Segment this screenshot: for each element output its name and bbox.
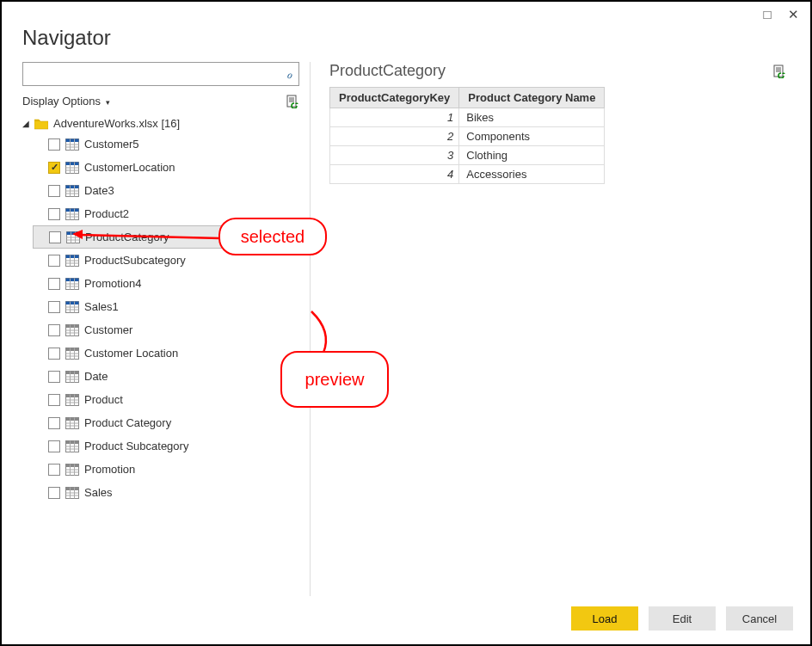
- checkbox[interactable]: [48, 255, 60, 267]
- table-icon: [65, 394, 79, 406]
- close-icon[interactable]: ✕: [784, 7, 802, 22]
- checkbox[interactable]: [48, 162, 60, 174]
- tree-item-label: Sales1: [84, 300, 119, 313]
- table-icon: [65, 185, 79, 197]
- table-row[interactable]: 4Accessories: [330, 165, 605, 184]
- checkbox[interactable]: [48, 464, 60, 476]
- checkbox[interactable]: [48, 371, 60, 383]
- load-button[interactable]: Load: [571, 606, 638, 631]
- display-options-label: Display Options: [22, 95, 101, 108]
- table-icon: [65, 487, 79, 499]
- display-options-dropdown[interactable]: Display Options ▾: [22, 93, 110, 109]
- tree-item[interactable]: Date: [45, 365, 299, 388]
- svg-marker-102: [72, 230, 83, 239]
- tree-item[interactable]: Product Category: [45, 411, 299, 434]
- tree-item[interactable]: Customer5: [45, 132, 299, 156]
- tree-item[interactable]: Promotion: [45, 458, 299, 481]
- tree-item[interactable]: Date3: [45, 179, 299, 202]
- preview-pane: ProductCategory ProductCategoryKey: [311, 62, 802, 596]
- tree-root-label: AdventureWorks.xlsx [16]: [53, 117, 180, 130]
- checkbox[interactable]: [48, 487, 60, 499]
- table-icon: [65, 440, 79, 452]
- checkbox[interactable]: [49, 231, 61, 243]
- cell-key: 1: [330, 108, 459, 127]
- search-box[interactable]: ℴ: [22, 62, 299, 86]
- table-header[interactable]: Product Category Name: [459, 88, 605, 108]
- checkbox[interactable]: [48, 324, 60, 336]
- expander-icon[interactable]: ◢: [22, 119, 31, 128]
- maximize-icon[interactable]: □: [759, 7, 776, 22]
- checkbox[interactable]: [48, 394, 60, 406]
- preview-title: ProductCategory: [329, 62, 446, 80]
- tree-item-label: ProductSubcategory: [84, 254, 186, 267]
- tree-item-label: Sales: [84, 486, 113, 499]
- checkbox[interactable]: [48, 440, 60, 452]
- table-icon: [65, 255, 79, 267]
- table-icon: [65, 278, 79, 290]
- navigator-tree: ◢ AdventureWorks.xlsx [16] Customer5: [22, 113, 299, 596]
- table-icon: [65, 208, 79, 220]
- table-icon: [65, 371, 79, 383]
- tree-item[interactable]: Customer: [45, 318, 299, 341]
- checkbox[interactable]: [48, 417, 60, 429]
- table-row[interactable]: 2Components: [330, 127, 605, 146]
- tree-root[interactable]: ◢ AdventureWorks.xlsx [16]: [22, 114, 299, 132]
- svg-rect-54: [66, 324, 79, 328]
- cell-name: Bikes: [459, 108, 605, 127]
- tree-item[interactable]: Customer Location: [45, 341, 299, 365]
- table-icon: [65, 324, 79, 336]
- tree-item[interactable]: Sales1: [45, 295, 299, 318]
- checkbox[interactable]: [48, 138, 60, 151]
- cell-key: 3: [330, 146, 459, 165]
- table-icon: [65, 417, 79, 429]
- checkbox[interactable]: [48, 208, 60, 220]
- svg-rect-18: [66, 185, 79, 188]
- tree-item-label: Product: [84, 393, 123, 406]
- svg-rect-6: [66, 138, 79, 142]
- chevron-down-icon: ▾: [106, 98, 110, 107]
- tree-item-label: Date3: [84, 184, 114, 197]
- tree-item[interactable]: CustomerLocation: [45, 156, 299, 179]
- checkbox[interactable]: [48, 301, 60, 313]
- annotation-tail: [306, 310, 341, 354]
- table-icon: [65, 301, 79, 313]
- header: Navigator: [2, 22, 810, 62]
- edit-button[interactable]: Edit: [649, 606, 716, 631]
- cancel-button[interactable]: Cancel: [726, 606, 793, 631]
- preview-table: ProductCategoryKey Product Category Name…: [329, 87, 605, 184]
- table-header[interactable]: ProductCategoryKey: [330, 88, 459, 108]
- preview-refresh-icon[interactable]: [772, 65, 786, 78]
- svg-rect-72: [66, 394, 79, 397]
- svg-rect-24: [66, 208, 79, 212]
- search-icon[interactable]: ℴ: [280, 67, 298, 82]
- tree-item[interactable]: Product: [45, 388, 299, 411]
- tree-item[interactable]: Sales: [45, 481, 299, 504]
- svg-rect-48: [66, 301, 79, 305]
- table-header-row: ProductCategoryKey Product Category Name: [330, 88, 605, 108]
- checkbox[interactable]: [48, 278, 60, 290]
- tree-item-label: Product Subcategory: [84, 440, 188, 452]
- checkbox[interactable]: [48, 348, 60, 360]
- footer: Load Edit Cancel: [2, 596, 810, 644]
- table-icon: [65, 138, 79, 151]
- checkbox[interactable]: [48, 185, 60, 197]
- svg-line-101: [79, 235, 220, 238]
- cell-key: 2: [330, 127, 459, 146]
- cell-key: 4: [330, 165, 459, 184]
- left-pane: ℴ Display Options ▾: [22, 62, 311, 596]
- table-row[interactable]: 3Clothing: [330, 146, 605, 165]
- refresh-icon[interactable]: [286, 95, 299, 108]
- table-row[interactable]: 1Bikes: [330, 108, 605, 127]
- cell-name: Clothing: [459, 146, 605, 165]
- tree-item[interactable]: Product Subcategory: [45, 434, 299, 458]
- tree-children: Customer5 CustomerLocation Date3 Product…: [22, 132, 299, 504]
- tree-item-label: CustomerLocation: [84, 161, 175, 174]
- tree-item[interactable]: Promotion4: [45, 272, 299, 295]
- cell-name: Components: [459, 127, 605, 146]
- navigator-window: □ ✕ Navigator ℴ Display Options ▾: [0, 0, 812, 646]
- tree-item-label: Promotion: [84, 463, 135, 476]
- tree-item-label: Product2: [84, 207, 129, 220]
- cell-name: Accessories: [459, 165, 605, 184]
- options-row: Display Options ▾: [22, 93, 299, 109]
- search-input[interactable]: [23, 63, 280, 85]
